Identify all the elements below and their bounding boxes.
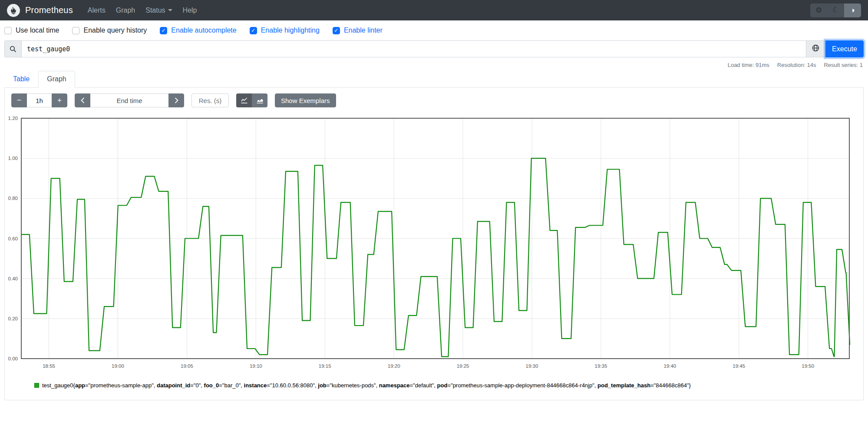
option-autocomplete[interactable]: ✓ Enable autocomplete: [160, 27, 236, 34]
navbar: Prometheus Alerts Graph Status Help ⚙ ☾ …: [0, 0, 868, 20]
settings-button[interactable]: ⚙: [810, 3, 827, 17]
line-chart-icon: [241, 97, 248, 104]
options-row: Use local time Enable query history ✓ En…: [0, 20, 868, 40]
query-bar: Execute: [4, 40, 864, 57]
moon-icon: ☾: [832, 6, 839, 15]
prometheus-brand[interactable]: Prometheus: [7, 4, 73, 17]
x-tick-label: 19:20: [388, 363, 400, 369]
dark-theme-button[interactable]: ☾: [827, 3, 844, 17]
nav-link-help[interactable]: Help: [183, 7, 197, 14]
chevron-left-icon: [80, 97, 85, 103]
query-input[interactable]: [21, 40, 806, 57]
chart-type-toggle: [236, 93, 267, 107]
app-title: Prometheus: [25, 5, 73, 15]
nav-link-graph[interactable]: Graph: [116, 7, 135, 14]
checkbox[interactable]: ✓: [250, 27, 257, 34]
range-increase-button[interactable]: +: [52, 93, 67, 107]
time-forward-button[interactable]: [168, 93, 184, 107]
tab-table[interactable]: Table: [4, 71, 38, 87]
nav-link-alerts[interactable]: Alerts: [88, 7, 106, 14]
y-tick-label: 0.20: [8, 316, 18, 321]
chevron-down-icon: [168, 9, 172, 11]
query-stats: Load time: 91ms Resolution: 14s Result s…: [0, 57, 868, 69]
auto-theme-button[interactable]: ◑: [844, 3, 861, 17]
search-icon: [4, 40, 21, 57]
metrics-explorer-button[interactable]: [806, 40, 825, 57]
tab-graph[interactable]: Graph: [38, 71, 75, 88]
checkbox[interactable]: [4, 27, 12, 34]
tab-bar: Table Graph: [4, 71, 864, 88]
line-chart-toggle[interactable]: [236, 93, 252, 107]
x-tick-label: 19:00: [112, 363, 124, 369]
range-input[interactable]: [27, 93, 52, 107]
x-tick-label: 19:30: [526, 363, 538, 369]
option-linter[interactable]: ✓ Enable linter: [333, 27, 383, 34]
option-query-history[interactable]: Enable query history: [72, 27, 147, 34]
series-swatch-icon: [34, 383, 39, 388]
navbar-button-group: ⚙ ☾ ◑: [810, 3, 861, 17]
x-tick-label: 19:15: [319, 363, 331, 369]
y-tick-label: 0.00: [8, 356, 18, 361]
series-label: test_gauge0{app="prometheus-sample-app",…: [42, 382, 691, 389]
prometheus-logo-icon: [7, 4, 20, 17]
x-tick-label: 18:55: [43, 363, 55, 369]
checkbox[interactable]: [72, 27, 79, 34]
option-highlighting[interactable]: ✓ Enable highlighting: [250, 27, 320, 34]
execute-button[interactable]: Execute: [825, 40, 864, 57]
y-tick-label: 1.00: [8, 156, 18, 161]
range-decrease-button[interactable]: −: [11, 93, 27, 107]
option-use-local-time[interactable]: Use local time: [4, 27, 59, 34]
range-group: − +: [11, 93, 67, 107]
x-tick-label: 19:10: [250, 363, 262, 369]
globe-icon: [812, 44, 819, 53]
graph-panel: − +: [4, 88, 864, 400]
x-tick-label: 19:35: [595, 363, 607, 369]
checkbox[interactable]: ✓: [160, 27, 167, 34]
gear-icon: ⚙: [815, 6, 822, 15]
stacked-chart-toggle[interactable]: [252, 93, 267, 107]
resolution-stat: Resolution: 14s: [777, 62, 816, 68]
x-tick-label: 19:45: [733, 363, 745, 369]
contrast-icon: ◑: [850, 6, 855, 15]
chevron-right-icon: [174, 97, 179, 103]
y-tick-label: 0.40: [8, 276, 18, 281]
end-time-group: [75, 93, 184, 107]
load-time-stat: Load time: 91ms: [728, 62, 769, 68]
x-tick-label: 19:50: [802, 363, 814, 369]
x-tick-label: 19:25: [457, 363, 469, 369]
nav-link-status[interactable]: Status: [145, 7, 172, 14]
graph-controls: − +: [5, 88, 863, 107]
y-tick-label: 1.20: [8, 116, 18, 121]
result-series-stat: Result series: 1: [824, 62, 863, 68]
show-exemplars-button[interactable]: Show Exemplars: [275, 93, 336, 107]
nav-links: Alerts Graph Status Help: [83, 7, 202, 14]
checkbox[interactable]: ✓: [333, 27, 340, 34]
x-tick-label: 19:40: [663, 363, 676, 369]
chart-area[interactable]: 0.000.200.400.600.801.001.2018:5519:0019…: [5, 112, 863, 375]
legend-item[interactable]: test_gauge0{app="prometheus-sample-app",…: [5, 382, 863, 389]
x-tick-label: 19:05: [181, 363, 193, 369]
end-time-input[interactable]: [90, 93, 168, 107]
resolution-input[interactable]: [191, 93, 229, 107]
y-tick-label: 0.60: [8, 236, 18, 241]
time-back-button[interactable]: [75, 93, 90, 107]
stacked-chart-icon: [256, 97, 264, 104]
series-line: [21, 158, 850, 356]
graph-canvas[interactable]: 0.000.200.400.600.801.001.2018:5519:0019…: [5, 112, 863, 373]
y-tick-label: 0.80: [8, 196, 18, 201]
